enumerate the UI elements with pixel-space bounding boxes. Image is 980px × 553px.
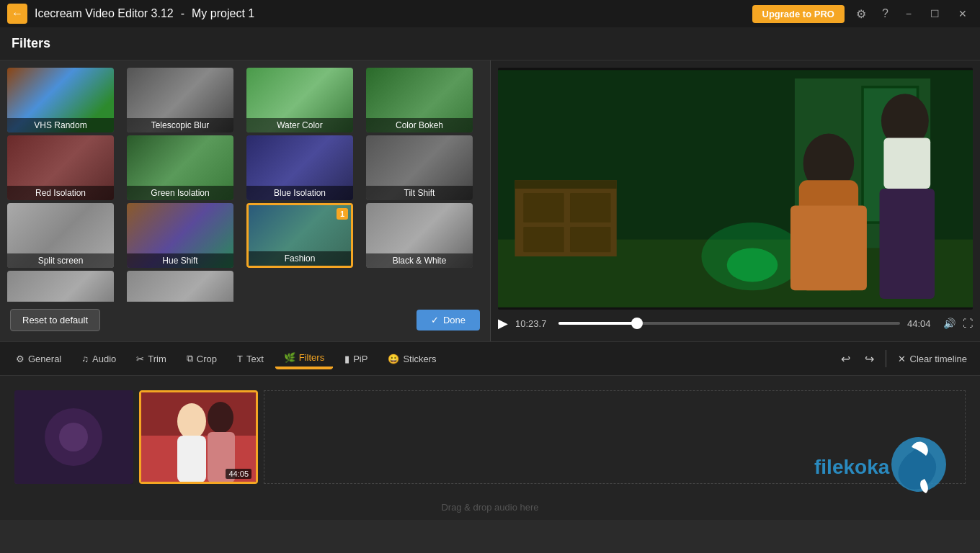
filter-greenisolation[interactable]: Green Isolation <box>127 135 233 200</box>
upgrade-button[interactable]: Upgrade to PRO <box>752 5 845 23</box>
title-separator: - <box>181 7 184 20</box>
settings-icon[interactable]: ⚙ <box>852 7 870 21</box>
clear-timeline-button[interactable]: ✕ Clear timeline <box>892 351 973 367</box>
reset-button[interactable]: Reset to default <box>10 309 100 331</box>
filter-hueshift-label: Hue Shift <box>127 253 233 268</box>
toolbar-general[interactable]: ⚙ General <box>7 349 70 369</box>
toolbar-stickers-label: Stickers <box>403 354 436 364</box>
trim-icon: ✂ <box>136 354 144 364</box>
back-button[interactable]: ← <box>7 4 27 24</box>
filter-colorbokeh[interactable]: Color Bokeh <box>366 68 473 132</box>
timeline-clip-1[interactable] <box>14 390 133 484</box>
seek-thumb[interactable] <box>631 318 643 329</box>
filter-vhs[interactable]: VHS Random <box>7 68 114 132</box>
filter-telescopic-label: Telescopic Blur <box>127 118 233 132</box>
filter-watercolor-label: Water Color <box>246 118 353 132</box>
filter-fashion-label: Fashion <box>249 251 351 266</box>
filter-row4b[interactable] <box>127 271 233 302</box>
timeline-clip-2[interactable]: 44:05 <box>139 390 258 484</box>
toolbar-stickers[interactable]: 😀 Stickers <box>379 349 445 369</box>
toolbar-pip-label: PiP <box>353 354 368 364</box>
filter-fashion[interactable]: 1 Fashion <box>246 203 353 268</box>
toolbar-crop[interactable]: ⧉ Crop <box>178 349 226 369</box>
main-area: VHS Random Telescopic Blur Water Color C… <box>0 60 980 341</box>
volume-icon[interactable]: 🔊 <box>943 318 956 329</box>
current-time: 10:23.7 <box>515 318 551 329</box>
filters-panel: VHS Random Telescopic Blur Water Color C… <box>0 60 490 341</box>
toolbar-general-label: General <box>28 354 61 364</box>
filter-blackwhite[interactable]: Black & White <box>366 203 473 268</box>
filter-blueisolation[interactable]: Blue Isolation <box>246 135 353 200</box>
filter-redisolation-label: Red Isolation <box>7 186 114 200</box>
clip1-thumbnail <box>14 390 133 484</box>
audio-icon: ♫ <box>81 354 89 364</box>
toolbar-filters-label: Filters <box>299 352 324 363</box>
filter-blackwhite-label: Black & White <box>366 253 473 268</box>
done-button[interactable]: ✓ Done <box>416 310 480 331</box>
filter-blueisolation-label: Blue Isolation <box>246 186 353 200</box>
filters-grid: VHS Random Telescopic Blur Water Color C… <box>7 68 483 302</box>
toolbar: ⚙ General ♫ Audio ✂ Trim ⧉ Crop T Text 🌿… <box>0 341 980 376</box>
filter-watercolor[interactable]: Water Color <box>246 68 353 132</box>
seek-fill <box>558 322 637 325</box>
svg-point-25 <box>177 403 206 439</box>
filter-hueshift[interactable]: Hue Shift <box>127 203 233 268</box>
toolbar-audio-label: Audio <box>92 354 116 364</box>
filter-tiltshift-label: Tilt Shift <box>366 186 473 200</box>
help-icon[interactable]: ? <box>878 7 893 20</box>
svg-point-22 <box>59 423 88 451</box>
filter-fashion-badge: 1 <box>337 208 348 220</box>
fullscreen-icon[interactable]: ⛶ <box>963 318 973 329</box>
drag-drop-hint: Drag & drop audio here <box>7 502 973 513</box>
filter-splitscreen[interactable]: Split screen <box>7 203 114 268</box>
toolbar-text-label: Text <box>246 354 264 364</box>
toolbar-crop-label: Crop <box>197 354 217 364</box>
filekoka-logo: filekoka <box>807 434 951 498</box>
toolbar-filters[interactable]: 🌿 Filters <box>275 348 333 369</box>
toolbar-divider <box>886 350 886 367</box>
project-name: My project 1 <box>192 7 254 20</box>
toolbar-pip[interactable]: ▮ PiP <box>336 349 376 369</box>
toolbar-text[interactable]: T Text <box>228 349 272 369</box>
page-title: Filters <box>12 36 50 50</box>
filter-row4a[interactable] <box>7 271 114 302</box>
page-header: Filters <box>0 27 980 60</box>
video-scene <box>498 68 973 310</box>
undo-button[interactable]: ↩ <box>835 349 856 369</box>
filter-icon: 🌿 <box>284 352 295 363</box>
done-checkmark-icon: ✓ <box>431 315 439 325</box>
filter-telescopic[interactable]: Telescopic Blur <box>127 68 233 132</box>
timeline-content: 44:05 filekoka <box>7 383 973 496</box>
close-button[interactable]: ✕ <box>953 8 973 19</box>
filter-colorbokeh-label: Color Bokeh <box>366 118 473 132</box>
svg-rect-26 <box>177 436 206 482</box>
redo-button[interactable]: ↪ <box>859 349 880 369</box>
filter-greenisolation-label: Green Isolation <box>127 186 233 200</box>
play-button[interactable]: ▶ <box>498 315 508 331</box>
minimize-button[interactable]: − <box>900 8 917 19</box>
filter-redisolation[interactable]: Red Isolation <box>7 135 114 200</box>
timeline: 44:05 filekoka Drag & drop audio here <box>0 376 980 520</box>
toolbar-trim[interactable]: ✂ Trim <box>128 349 175 369</box>
video-controls: ▶ 10:23.7 44:04 🔊 ⛶ <box>498 310 973 334</box>
done-label: Done <box>443 315 466 325</box>
filter-vhs-label: VHS Random <box>7 118 114 132</box>
seek-bar[interactable] <box>558 322 900 325</box>
svg-rect-19 <box>498 70 973 307</box>
close-icon: ✕ <box>898 354 906 364</box>
svg-point-27 <box>208 402 233 433</box>
text-icon: T <box>237 354 243 364</box>
pip-icon: ▮ <box>344 354 349 364</box>
total-time: 44:04 <box>907 318 936 329</box>
clear-timeline-label: Clear timeline <box>910 354 967 364</box>
toolbar-audio[interactable]: ♫ Audio <box>73 349 125 369</box>
sticker-icon: 😀 <box>388 354 399 364</box>
gear-icon: ⚙ <box>16 354 24 364</box>
filter-splitscreen-label: Split screen <box>7 253 114 268</box>
crop-icon: ⧉ <box>187 353 193 364</box>
svg-text:filekoka: filekoka <box>814 456 890 478</box>
filters-actions: Reset to default ✓ Done <box>7 302 483 334</box>
filter-tiltshift[interactable]: Tilt Shift <box>366 135 473 200</box>
clip2-duration: 44:05 <box>226 469 251 479</box>
maximize-button[interactable]: ☐ <box>925 8 945 19</box>
